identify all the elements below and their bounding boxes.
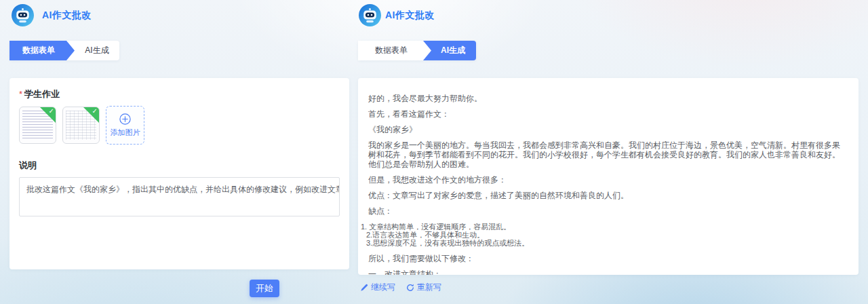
uploaded-image-1[interactable]: ✓: [19, 107, 56, 144]
check-icon: ✓: [49, 107, 54, 115]
add-image-button[interactable]: 添加图片: [106, 106, 144, 145]
output-paragraph: 首先，看看这篇作文：: [368, 109, 848, 119]
output-paragraph: 好的，我会尽最大努力帮助你。: [368, 94, 848, 103]
list-item: 1. 文章结构简单，没有逻辑顺序，容易混乱。: [361, 223, 848, 231]
rewrite-label: 重新写: [417, 282, 441, 293]
steps-right: 数据表单 AI生成: [358, 41, 476, 60]
output-paragraph: 一、改进文章结构：: [368, 269, 848, 275]
page-title: AI作文批改: [385, 10, 435, 22]
list-item: 3.思想深度不足，没有表现出独特的观点或想法。: [361, 239, 848, 247]
rewrite-button[interactable]: 重新写: [406, 282, 441, 293]
description-field-label: 说明: [19, 159, 340, 172]
homework-label-text: 学生作业: [24, 89, 60, 99]
page-title: AI作文批改: [42, 10, 92, 22]
upload-thumbnails-row: ✓ ✓ 添加图片: [19, 106, 340, 145]
steps-left: 数据表单 AI生成: [9, 41, 119, 60]
step-tab-ai-generate[interactable]: AI生成: [75, 41, 119, 60]
required-asterisk: *: [19, 89, 22, 99]
add-image-label: 添加图片: [111, 128, 140, 138]
start-button[interactable]: 开始: [250, 280, 279, 297]
form-card: *学生作业 ✓ ✓ 添加图片 说明 批改这篇作文《我的家乡》，指出其中: [9, 78, 349, 269]
output-paragraph: 我的家乡是一个美丽的地方。每当我回去，我都会感到非常高兴和自豪。我们的村庄位于海…: [368, 140, 848, 169]
step-tab-data-form[interactable]: 数据表单: [9, 41, 75, 60]
output-actions: 继续写 重新写: [360, 282, 441, 293]
output-paragraph: 《我的家乡》: [368, 125, 848, 134]
output-paragraph: 缺点：: [368, 206, 848, 216]
continue-writing-button[interactable]: 继续写: [360, 282, 395, 293]
refresh-icon: [406, 284, 414, 292]
uploaded-image-2[interactable]: ✓: [62, 107, 100, 144]
robot-icon: [12, 4, 34, 26]
list-item: 2.语言表达简单，不够具体和生动。: [361, 231, 848, 239]
output-card: 好的，我会尽最大努力帮助你。 首先，看看这篇作文： 《我的家乡》 我的家乡是一个…: [358, 78, 859, 275]
robot-icon: [359, 4, 381, 26]
homework-field-label: *学生作业: [19, 88, 340, 100]
output-paragraph: 但是，我想改进这个作文的地方很多：: [368, 175, 848, 185]
app-canvas: AI作文批改 数据表单 AI生成 *学生作业 ✓ ✓: [0, 0, 868, 304]
plus-circle-icon: [119, 113, 131, 125]
step-tab-data-form[interactable]: 数据表单: [358, 41, 431, 60]
description-input[interactable]: 批改这篇作文《我的家乡》，指出其中的优缺点，并给出具体的修改建议，例如改进文章结…: [19, 177, 340, 216]
continue-writing-label: 继续写: [371, 282, 395, 293]
output-paragraph: 所以，我们需要做以下修改：: [368, 254, 848, 263]
output-numbered-list: 1. 文章结构简单，没有逻辑顺序，容易混乱。 2.语言表达简单，不够具体和生动。…: [361, 223, 848, 247]
pencil-icon: [360, 284, 368, 292]
output-paragraph: 优点：文章写出了对家乡的爱意，描述了美丽的自然环境和善良的人们。: [368, 191, 848, 200]
check-icon: ✓: [92, 107, 98, 115]
